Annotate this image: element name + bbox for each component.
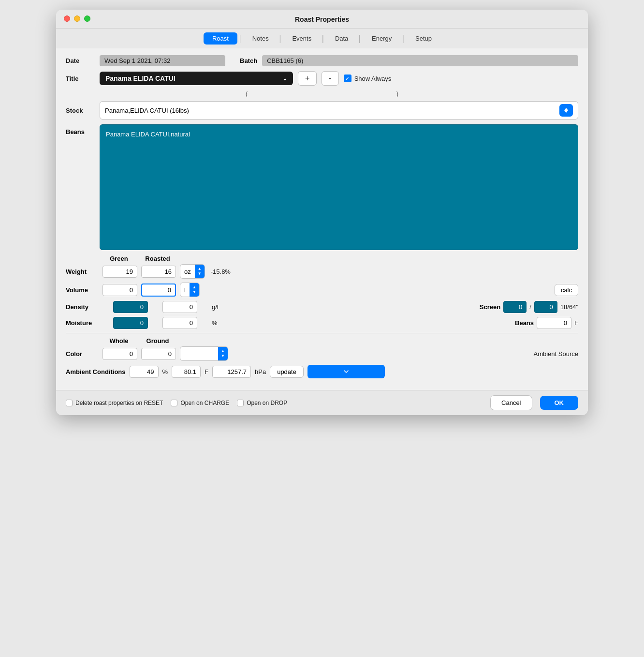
show-always-checkbox[interactable]: ✓ bbox=[344, 75, 351, 82]
weight-green-input[interactable] bbox=[102, 266, 137, 278]
beans-label: Beans bbox=[66, 124, 95, 135]
maximize-button[interactable] bbox=[84, 15, 90, 22]
open-charge-checkbox[interactable] bbox=[171, 400, 177, 406]
color-label: Color bbox=[66, 350, 99, 358]
tab-events[interactable]: Events bbox=[283, 32, 320, 45]
weight-section: Green Roasted Weight oz ▲ ▼ -15.8% bbox=[66, 255, 578, 329]
volume-unit-arrows[interactable]: ▲ ▼ bbox=[190, 283, 199, 297]
weight-unit-value: oz bbox=[180, 266, 195, 277]
tab-setup[interactable]: Setup bbox=[407, 32, 440, 45]
calc-button[interactable]: calc bbox=[555, 284, 578, 296]
screen-input-1[interactable] bbox=[503, 301, 527, 313]
delete-label: Delete roast properties on RESET bbox=[75, 400, 163, 406]
plus-button[interactable]: + bbox=[298, 71, 317, 86]
color-headers: Whole Ground bbox=[100, 337, 578, 344]
humidity-input[interactable] bbox=[130, 366, 159, 378]
screen-input-2[interactable] bbox=[534, 301, 557, 313]
tabs-bar: Roast │ Notes │ Events │ Data │ Energy │… bbox=[56, 29, 588, 48]
screen-label: Screen bbox=[480, 303, 500, 311]
moisture-green-input[interactable] bbox=[113, 317, 148, 329]
minus-button[interactable]: - bbox=[322, 71, 338, 86]
volume-roasted-input[interactable] bbox=[141, 284, 176, 297]
beans-temp-label: Beans bbox=[515, 319, 534, 327]
cancel-button[interactable]: Cancel bbox=[490, 395, 532, 410]
dropdown-arrow-icon: ⌄ bbox=[282, 75, 287, 82]
temp-input[interactable] bbox=[172, 366, 201, 378]
pressure-unit: hPa bbox=[255, 368, 266, 375]
color-whole-input[interactable] bbox=[102, 348, 137, 360]
batch-field[interactable]: CBB1165 (6) bbox=[262, 55, 578, 66]
delete-checkbox[interactable] bbox=[66, 400, 73, 406]
screen-fields: Screen / 18/64" bbox=[480, 301, 578, 313]
open-drop-checkbox-row: Open on DROP bbox=[237, 400, 287, 406]
color-down-arrow-icon: ▼ bbox=[221, 354, 225, 358]
subtitle-right: ) bbox=[396, 90, 398, 97]
moisture-roasted-input[interactable] bbox=[162, 317, 197, 329]
pressure-input[interactable] bbox=[212, 366, 251, 378]
volume-green-input[interactable] bbox=[102, 284, 137, 296]
ok-button[interactable]: OK bbox=[540, 396, 579, 410]
ambient-source-label: Ambient Source bbox=[534, 350, 579, 358]
date-field[interactable]: Wed Sep 1 2021, 07:32 bbox=[100, 55, 225, 66]
roast-properties-window: Roast Properties Roast │ Notes │ Events … bbox=[56, 10, 588, 415]
weight-label: Weight bbox=[66, 268, 99, 275]
tab-energy[interactable]: Energy bbox=[363, 32, 400, 45]
tab-sep-1: │ bbox=[237, 35, 244, 43]
beans-temp-fields: Beans F bbox=[515, 317, 578, 329]
main-content: Date Wed Sep 1 2021, 07:32 Batch CBB1165… bbox=[56, 48, 588, 390]
stock-row: Stock Panama,ELIDA CATUI (16lbs) bbox=[66, 101, 578, 119]
date-label: Date bbox=[66, 57, 95, 64]
title-dropdown[interactable]: Panama ELIDA CATUI ⌄ bbox=[100, 72, 293, 85]
beans-textarea[interactable]: Panama ELIDA CATUI,natural bbox=[100, 124, 578, 250]
open-drop-checkbox[interactable] bbox=[237, 400, 244, 406]
show-always-label: Show Always bbox=[354, 75, 392, 82]
weight-row: Weight oz ▲ ▼ -15.8% bbox=[66, 264, 578, 279]
open-charge-checkbox-row: Open on CHARGE bbox=[171, 400, 229, 406]
density-roasted-input[interactable] bbox=[162, 301, 197, 313]
volume-unit-stepper[interactable]: l ▲ ▼ bbox=[180, 283, 200, 297]
weight-roasted-input[interactable] bbox=[141, 266, 176, 278]
volume-row: Volume l ▲ ▼ calc bbox=[66, 283, 578, 297]
update-button[interactable]: update bbox=[270, 366, 304, 378]
tab-roast[interactable]: Roast bbox=[204, 32, 237, 45]
temp-unit: F bbox=[205, 368, 208, 375]
density-screen-row: Density g/l Screen / 18/64" bbox=[66, 301, 578, 313]
color-unit-arrows[interactable]: ▲ ▼ bbox=[218, 347, 228, 360]
color-unit-value bbox=[180, 352, 218, 356]
batch-label: Batch bbox=[240, 57, 257, 64]
source-select[interactable] bbox=[307, 365, 385, 378]
moisture-unit: % bbox=[212, 319, 218, 327]
density-green-input[interactable] bbox=[113, 301, 148, 313]
color-row: Color ▲ ▼ Ambient Source bbox=[66, 346, 578, 361]
delete-checkbox-row: Delete roast properties on RESET bbox=[66, 400, 163, 406]
tab-data[interactable]: Data bbox=[326, 32, 357, 45]
tab-sep-2: │ bbox=[278, 35, 284, 43]
minimize-button[interactable] bbox=[74, 15, 80, 22]
weight-unit-stepper[interactable]: oz ▲ ▼ bbox=[180, 264, 205, 279]
weight-unit-arrows[interactable]: ▲ ▼ bbox=[195, 265, 205, 278]
density-label: Density bbox=[66, 303, 99, 311]
weight-down-arrow-icon: ▼ bbox=[198, 271, 202, 276]
window-title: Roast Properties bbox=[295, 15, 349, 23]
ground-header: Ground bbox=[138, 337, 177, 344]
color-ground-input[interactable] bbox=[141, 348, 176, 360]
stock-label: Stock bbox=[66, 107, 95, 114]
moisture-label: Moisture bbox=[66, 319, 99, 327]
volume-up-arrow-icon: ▲ bbox=[192, 285, 196, 290]
green-header: Green bbox=[100, 255, 138, 262]
color-unit-stepper[interactable]: ▲ ▼ bbox=[180, 346, 228, 361]
stock-field[interactable]: Panama,ELIDA CATUI (16lbs) bbox=[100, 101, 578, 119]
weight-headers: Green Roasted bbox=[100, 255, 578, 262]
show-always-container: ✓ Show Always bbox=[344, 75, 392, 82]
beans-area: Beans Panama ELIDA CATUI,natural bbox=[66, 124, 578, 250]
moisture-beans-row: Moisture % Beans F bbox=[66, 317, 578, 329]
title-label: Title bbox=[66, 75, 95, 82]
svg-marker-1 bbox=[564, 110, 568, 113]
beans-temp-input[interactable] bbox=[537, 317, 571, 329]
tab-notes[interactable]: Notes bbox=[244, 32, 278, 45]
stock-stepper[interactable] bbox=[559, 104, 573, 117]
volume-down-arrow-icon: ▼ bbox=[192, 290, 196, 295]
tab-sep-5: │ bbox=[400, 35, 407, 43]
screen-divider: / bbox=[529, 303, 531, 311]
close-button[interactable] bbox=[64, 15, 70, 22]
